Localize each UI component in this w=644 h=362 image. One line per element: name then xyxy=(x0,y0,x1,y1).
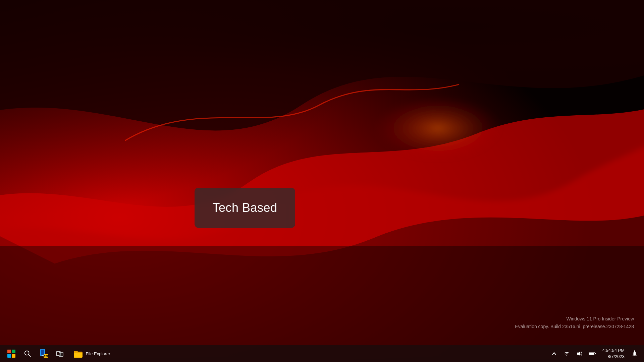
svg-rect-4 xyxy=(0,246,644,362)
battery-icon xyxy=(589,351,596,356)
file-explorer-button[interactable]: File Explorer xyxy=(68,346,115,361)
svg-line-6 xyxy=(29,355,31,357)
phonelink-icon: PRE xyxy=(38,348,49,359)
clock-time: 4:54:54 PM xyxy=(602,348,625,354)
svg-point-3 xyxy=(301,81,512,186)
wifi-button[interactable] xyxy=(561,346,572,361)
svg-text:PRE: PRE xyxy=(44,355,49,357)
start-button[interactable] xyxy=(4,346,19,361)
wifi-icon xyxy=(564,351,570,356)
taskview-icon xyxy=(56,351,63,357)
clock-date: 8/7/2023 xyxy=(607,354,625,360)
windows-logo-icon xyxy=(7,350,15,358)
svg-rect-9 xyxy=(42,355,44,356)
tooltip-text: Tech Based xyxy=(212,201,277,215)
taskview-button[interactable] xyxy=(52,346,67,361)
search-icon xyxy=(24,350,31,357)
tooltip-popup: Tech Based xyxy=(195,188,295,228)
clock-area[interactable]: 4:54:54 PM 8/7/2023 xyxy=(600,347,628,360)
svg-rect-16 xyxy=(633,355,637,356)
file-explorer-icon xyxy=(74,350,83,358)
chevron-up-icon xyxy=(552,352,556,355)
taskbar: PRE File Explorer xyxy=(0,345,644,362)
search-button[interactable] xyxy=(20,346,35,361)
taskbar-left: PRE File Explorer xyxy=(4,346,549,361)
volume-button[interactable] xyxy=(574,346,585,361)
notification-button[interactable] xyxy=(629,346,640,361)
svg-marker-12 xyxy=(577,351,580,356)
bell-icon xyxy=(632,350,638,357)
battery-button[interactable] xyxy=(587,346,598,361)
show-hidden-icons-button[interactable] xyxy=(549,346,559,361)
svg-rect-15 xyxy=(589,353,594,355)
file-explorer-label: File Explorer xyxy=(86,351,110,356)
svg-point-5 xyxy=(25,351,29,355)
taskbar-right: 4:54:54 PM 8/7/2023 xyxy=(549,346,640,361)
volume-icon xyxy=(576,351,583,357)
desktop: Windows 11 Pro Insider Preview Evaluatio… xyxy=(0,0,644,362)
svg-rect-14 xyxy=(595,353,596,354)
svg-rect-8 xyxy=(41,350,44,355)
phonelink-button[interactable]: PRE xyxy=(36,346,51,361)
